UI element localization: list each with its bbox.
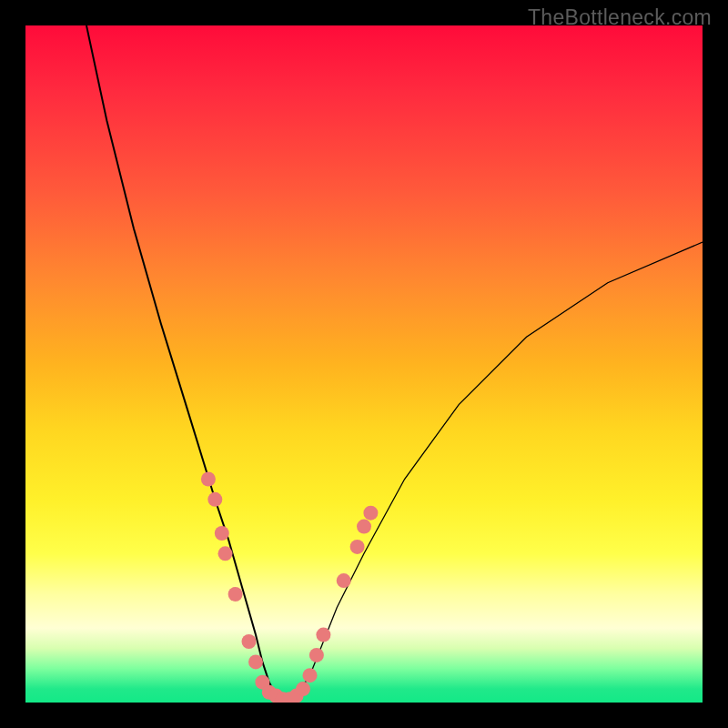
sample-dot <box>309 648 324 662</box>
sample-dot <box>350 540 365 554</box>
sample-dot <box>242 634 257 649</box>
plot-area <box>25 25 703 703</box>
sample-dot <box>337 573 351 588</box>
sample-dot <box>215 526 229 541</box>
sample-dot <box>207 492 222 507</box>
sample-dot <box>218 546 233 561</box>
sample-dot <box>316 628 330 642</box>
chart-frame: TheBottleneck.com <box>0 0 728 728</box>
sample-dot <box>296 682 310 696</box>
sample-dot <box>201 472 216 487</box>
sample-dot <box>228 587 243 602</box>
sample-dot <box>357 520 371 534</box>
sample-dot <box>363 506 378 521</box>
sample-dot <box>303 668 318 682</box>
curve-svg <box>25 25 703 703</box>
watermark-text: TheBottleneck.com <box>528 5 712 30</box>
sample-dots-group <box>201 472 379 703</box>
bottleneck-curve-right <box>283 242 703 703</box>
sample-dot <box>248 654 263 669</box>
bottleneck-curve-left <box>86 25 289 703</box>
